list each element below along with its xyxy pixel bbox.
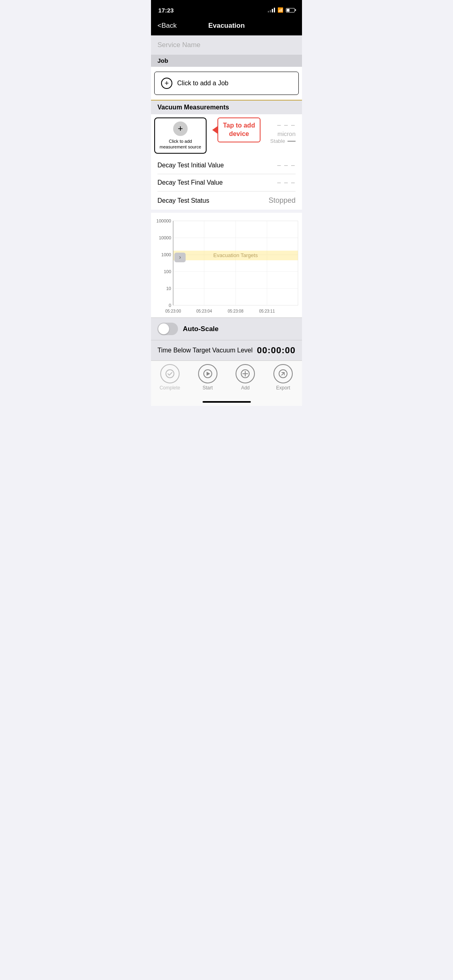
time-below-value: 00:00:00 xyxy=(257,345,296,356)
battery-icon xyxy=(286,8,295,12)
device-reading-area: – – – micron Stable xyxy=(270,117,299,144)
signal-icon xyxy=(268,8,275,12)
decay-final-row: Decay Test Final Value – – – xyxy=(157,174,296,191)
tap-to-add-tooltip: Tap to adddevice xyxy=(212,117,261,142)
svg-text:0: 0 xyxy=(169,303,171,308)
decay-initial-label: Decay Test Initial Value xyxy=(157,162,224,169)
tab-export[interactable]: Export xyxy=(264,364,302,391)
vacuum-section-header: Vacuum Measurements xyxy=(151,100,302,114)
decay-status-value: Stopped xyxy=(269,196,296,205)
add-job-button[interactable]: + Click to add a Job xyxy=(154,72,299,95)
tooltip-arrow xyxy=(212,126,218,134)
tap-tooltip-label: Tap to adddevice xyxy=(223,122,255,137)
service-name-field[interactable]: Service Name xyxy=(151,35,302,55)
home-indicator-area xyxy=(151,399,302,406)
chart-container: 100000 10000 1000 100 10 0 Evacuation Ta… xyxy=(151,213,302,317)
reading-dashes: – – – xyxy=(270,121,296,129)
svg-marker-28 xyxy=(207,372,210,376)
decay-final-label: Decay Test Final Value xyxy=(157,179,223,186)
time-below-row: Time Below Target Vacuum Level 00:00:00 xyxy=(151,340,302,360)
tap-tooltip-box: Tap to adddevice xyxy=(217,117,261,142)
device-area: + Click to addmeasurement source Tap to … xyxy=(151,114,302,157)
export-icon xyxy=(273,364,293,383)
page-title: Evacuation xyxy=(208,22,245,30)
svg-text:100000: 100000 xyxy=(156,218,171,223)
svg-text:›: › xyxy=(179,254,181,260)
service-name-placeholder: Service Name xyxy=(157,41,201,49)
svg-text:1000: 1000 xyxy=(161,252,171,257)
complete-label: Complete xyxy=(159,385,180,391)
home-indicator xyxy=(203,401,251,403)
start-label: Start xyxy=(203,385,213,391)
add-source-plus-icon: + xyxy=(173,121,188,136)
back-button[interactable]: <Back xyxy=(157,22,177,30)
stable-line xyxy=(288,141,296,142)
status-bar: 17:23 📶 xyxy=(151,0,302,18)
svg-text:05:23:04: 05:23:04 xyxy=(197,309,212,313)
svg-line-33 xyxy=(282,373,285,375)
job-section-header: Job xyxy=(151,55,302,67)
toggle-knob xyxy=(158,323,169,334)
status-time: 17:23 xyxy=(158,7,174,14)
nav-bar: <Back Evacuation xyxy=(151,18,302,35)
svg-text:Evacuation Targets: Evacuation Targets xyxy=(213,252,258,258)
add-job-label: Click to add a Job xyxy=(177,80,228,87)
add-icon xyxy=(236,364,255,383)
tab-start[interactable]: Start xyxy=(189,364,227,391)
plus-icon: + xyxy=(161,78,172,89)
decay-status-row: Decay Test Status Stopped xyxy=(157,191,296,210)
svg-text:05:23:08: 05:23:08 xyxy=(228,309,244,313)
decay-status-label: Decay Test Status xyxy=(157,197,209,204)
job-header-label: Job xyxy=(157,57,168,64)
decay-final-value: – – – xyxy=(277,179,296,186)
decay-section: Decay Test Initial Value – – – Decay Tes… xyxy=(151,157,302,210)
svg-text:10000: 10000 xyxy=(159,235,171,240)
tab-bar: Complete Start Add Export xyxy=(151,360,302,399)
add-source-button[interactable]: + Click to addmeasurement source xyxy=(154,117,207,154)
complete-icon xyxy=(160,364,180,383)
start-icon xyxy=(198,364,217,383)
time-below-label: Time Below Target Vacuum Level xyxy=(157,347,252,354)
stable-label: Stable xyxy=(270,138,285,144)
tab-complete[interactable]: Complete xyxy=(151,364,189,391)
svg-text:05:23:00: 05:23:00 xyxy=(165,309,181,313)
vacuum-header-label: Vacuum Measurements xyxy=(157,104,229,111)
autoscale-label: Auto-Scale xyxy=(183,325,219,333)
svg-text:10: 10 xyxy=(166,286,171,291)
autoscale-toggle[interactable] xyxy=(157,323,178,335)
wifi-icon: 📶 xyxy=(277,7,283,13)
add-source-label: Click to addmeasurement source xyxy=(159,138,201,150)
add-label: Add xyxy=(241,385,250,391)
svg-text:100: 100 xyxy=(164,269,171,274)
status-icons: 📶 xyxy=(268,7,295,13)
svg-text:05:23:11: 05:23:11 xyxy=(259,309,275,313)
stable-row: Stable xyxy=(270,138,296,144)
tab-add[interactable]: Add xyxy=(227,364,265,391)
svg-point-26 xyxy=(166,370,174,378)
unit-label: micron xyxy=(270,130,296,137)
export-label: Export xyxy=(276,385,290,391)
decay-initial-value: – – – xyxy=(277,162,296,169)
decay-initial-row: Decay Test Initial Value – – – xyxy=(157,157,296,174)
chart-svg: 100000 10000 1000 100 10 0 Evacuation Ta… xyxy=(151,217,302,321)
